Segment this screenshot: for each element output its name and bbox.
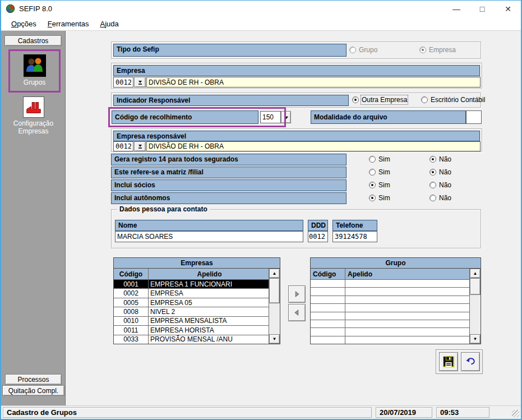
codigo-recolhimento-dropdown[interactable] — [281, 111, 291, 123]
scroll-down-icon[interactable]: ▼ — [269, 334, 280, 344]
question-label-matriz-filial: Este refere-se a matriz /filial — [111, 167, 347, 178]
move-left-button[interactable] — [288, 304, 306, 321]
menu-opcoes-accel: O — [11, 20, 17, 28]
table-row[interactable]: 0008 NIVEL 2 — [114, 307, 269, 316]
empresas-table-title: Empresas — [114, 258, 280, 269]
radio-matriz-sim[interactable]: Sim — [369, 168, 390, 176]
scrollbar-thumb[interactable] — [470, 278, 481, 295]
radio-icon — [369, 156, 376, 163]
grupos-icon[interactable] — [24, 54, 46, 77]
table-row[interactable]: 0001 EMPRESA 1 FUNCIONARI — [114, 280, 269, 289]
save-button[interactable] — [439, 352, 458, 371]
table-row[interactable] — [311, 280, 469, 288]
empresas-table: Empresas Código Apelido 0001 EMPRESA 1 F… — [113, 257, 280, 344]
menu-ajuda-rest: juda — [105, 20, 119, 28]
sidebar: Cadastros Grupos — [1, 31, 66, 405]
app-window: SEFIP 8.0 — □ ✕ Opções Ferramentas Ajuda… — [0, 0, 522, 420]
radio-escritorio-contabil[interactable]: Escritório Contábil — [421, 96, 485, 104]
resize-grip[interactable] — [512, 410, 519, 417]
empresas-scrollbar[interactable]: ▲ ▼ — [269, 269, 280, 344]
empresa-dropdown-button[interactable] — [134, 77, 146, 87]
radio-icon — [429, 195, 436, 201]
grupo-table-title: Grupo — [311, 258, 481, 269]
radio-autonomos-sim[interactable]: Sim — [369, 194, 390, 202]
nome-field[interactable] — [115, 231, 303, 242]
arrow-left-icon — [294, 310, 300, 316]
telefone-field[interactable] — [332, 231, 377, 242]
table-row[interactable]: 0033 PROVISÃO MENSAL /ANU — [114, 335, 269, 344]
radio-tipo-grupo[interactable]: Grupo — [349, 46, 377, 54]
radio-icon — [352, 96, 359, 103]
cadastros-button[interactable]: Cadastros — [4, 35, 62, 46]
close-icon[interactable]: ✕ — [495, 1, 521, 17]
empresa-responsavel-name-field[interactable] — [146, 141, 481, 151]
empresa-responsavel-label: Empresa responsável — [113, 131, 480, 141]
radio-icon — [349, 47, 356, 53]
radio-registro14-nao[interactable]: Não — [429, 155, 451, 163]
table-row[interactable]: 0010 EMPRESA MENSALISTA — [114, 317, 269, 326]
table-row[interactable] — [311, 296, 469, 304]
chevron-down-icon — [284, 115, 289, 120]
undo-icon — [464, 356, 477, 368]
move-right-button[interactable] — [288, 285, 306, 303]
table-row[interactable]: 0011 EMPRESA HORISTA — [114, 326, 269, 335]
radio-registro14-sim[interactable]: Sim — [369, 155, 390, 163]
question-label-inclui-autonomos: Inclui autônomos — [111, 192, 347, 204]
processos-button[interactable]: Processos — [5, 374, 62, 385]
scroll-down-icon[interactable]: ▼ — [470, 334, 481, 344]
table-row[interactable] — [311, 304, 469, 312]
empresa-responsavel-dropdown-button[interactable] — [134, 141, 146, 151]
menubar: Opções Ferramentas Ajuda — [1, 17, 521, 31]
statusbar: Cadastro de Grupos 20/07/2019 09:53 — [1, 405, 521, 419]
arrow-right-icon — [294, 291, 300, 297]
modalidade-label: Modalidade do arquivo — [311, 110, 466, 124]
question-label-inclui-socios: Inclui sócios — [111, 179, 347, 191]
menu-ferramentas[interactable]: Ferramentas — [42, 18, 95, 30]
grupos-label[interactable]: Grupos — [24, 79, 45, 86]
table-row[interactable] — [311, 336, 469, 344]
menu-ajuda-accel: A — [100, 20, 105, 28]
scroll-up-icon[interactable]: ▲ — [470, 269, 481, 278]
indicador-panel: Indicador Responsável Outra Empresa Escr… — [111, 93, 481, 108]
table-row[interactable] — [311, 312, 469, 320]
empresa-code-field[interactable] — [113, 77, 133, 87]
radio-icon — [429, 182, 436, 188]
radio-icon — [421, 96, 428, 103]
radio-outra-empresa[interactable]: Outra Empresa — [352, 96, 407, 104]
question-label-registro14: Gera registro 14 para todos segurados — [111, 154, 347, 165]
tipo-sefip-label: Tipo do Sefip — [113, 44, 347, 57]
radio-icon — [419, 47, 426, 53]
modalidade-field[interactable] — [466, 110, 482, 124]
table-row[interactable] — [311, 320, 469, 328]
scroll-up-icon[interactable]: ▲ — [269, 269, 280, 278]
undo-button[interactable] — [461, 352, 480, 371]
codigo-recolhimento-value[interactable]: 150 — [260, 111, 281, 123]
radio-autonomos-nao[interactable]: Não — [429, 194, 451, 202]
table-row[interactable] — [311, 288, 469, 296]
table-row[interactable]: 0002 EMPRESA — [114, 289, 269, 298]
ddd-field[interactable] — [308, 231, 328, 242]
grupo-scrollbar[interactable]: ▲ ▼ — [469, 269, 481, 344]
quitacao-button[interactable]: Quitação Compl. — [2, 385, 64, 396]
empresa-responsavel-panel: Empresa responsável — [111, 128, 482, 152]
table-row[interactable]: 0005 EMPRESA 05 — [114, 298, 269, 307]
radio-matriz-nao[interactable]: Não — [429, 168, 451, 176]
radio-socios-nao[interactable]: Não — [429, 181, 451, 189]
window-title: SEFIP 8.0 — [19, 4, 52, 13]
radio-socios-sim[interactable]: Sim — [369, 181, 390, 189]
titlebar: SEFIP 8.0 — □ ✕ — [1, 1, 521, 17]
maximize-icon[interactable]: □ — [469, 1, 495, 17]
config-empresas-label: Configuração Empresas — [13, 119, 53, 135]
radio-icon — [369, 169, 376, 176]
empresa-name-field[interactable] — [146, 77, 481, 87]
menu-opcoes[interactable]: Opções — [6, 18, 42, 30]
app-icon — [6, 4, 15, 13]
scrollbar-thumb[interactable] — [269, 278, 280, 303]
empresa-responsavel-code-field[interactable] — [113, 141, 133, 151]
table-row[interactable] — [311, 328, 469, 336]
empresa-panel: Empresa — [111, 63, 482, 89]
minimize-icon[interactable]: — — [444, 1, 469, 17]
radio-tipo-empresa[interactable]: Empresa — [419, 46, 456, 54]
menu-ajuda[interactable]: Ajuda — [95, 18, 124, 30]
config-empresas-item[interactable]: Configuração Empresas — [1, 96, 66, 135]
